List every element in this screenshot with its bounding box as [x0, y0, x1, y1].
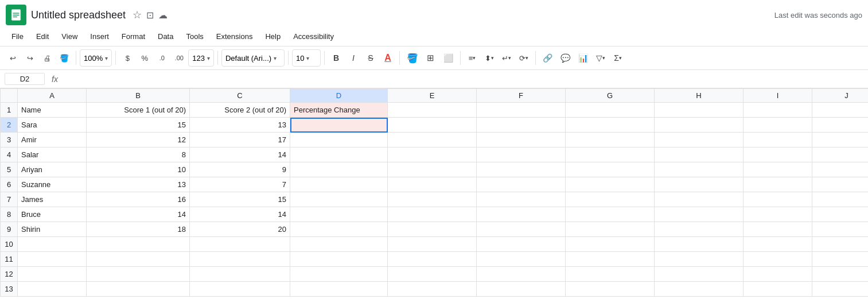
- cell-d4[interactable]: [290, 147, 388, 162]
- cell-j10[interactable]: [812, 237, 869, 252]
- cell-b13[interactable]: [87, 282, 190, 297]
- chart-button[interactable]: 📊: [575, 49, 591, 67]
- cell-b1[interactable]: Score 1 (out of 20): [87, 103, 190, 118]
- redo-button[interactable]: ↪: [22, 49, 38, 67]
- menu-format[interactable]: Format: [116, 30, 151, 43]
- cell-g11[interactable]: [566, 252, 655, 267]
- move-icon[interactable]: ⊡: [146, 10, 154, 21]
- cell-b12[interactable]: [87, 267, 190, 282]
- cell-e5[interactable]: [388, 162, 477, 177]
- row-header-6[interactable]: 6: [1, 177, 18, 192]
- menu-data[interactable]: Data: [152, 30, 179, 43]
- cell-g12[interactable]: [566, 267, 655, 282]
- cell-h11[interactable]: [655, 252, 744, 267]
- menu-view[interactable]: View: [56, 30, 83, 43]
- cell-f10[interactable]: [477, 237, 566, 252]
- cell-j3[interactable]: [812, 133, 869, 147]
- col-header-f[interactable]: F: [477, 89, 566, 103]
- cell-i7[interactable]: [744, 192, 812, 207]
- cell-b9[interactable]: 18: [87, 222, 190, 237]
- cell-a11[interactable]: [18, 252, 87, 267]
- row-header-2[interactable]: 2: [1, 118, 18, 133]
- cell-b5[interactable]: 10: [87, 162, 190, 177]
- cell-c7[interactable]: 15: [190, 192, 290, 207]
- formula-input[interactable]: [65, 75, 863, 83]
- cell-e12[interactable]: [388, 267, 477, 282]
- zoom-select[interactable]: 100% ▾: [80, 49, 112, 67]
- cell-b10[interactable]: [87, 237, 190, 252]
- cell-f13[interactable]: [477, 282, 566, 297]
- cell-c11[interactable]: [190, 252, 290, 267]
- halign-button[interactable]: ≡▾: [464, 49, 480, 67]
- cell-a1[interactable]: Name: [18, 103, 87, 118]
- merge-button[interactable]: ⬜: [440, 49, 457, 67]
- cell-a5[interactable]: Ariyan: [18, 162, 87, 177]
- comment-button[interactable]: 💬: [557, 49, 574, 67]
- print-button[interactable]: 🖨: [39, 49, 55, 67]
- col-header-b[interactable]: B: [87, 89, 190, 103]
- cell-e9[interactable]: [388, 222, 477, 237]
- row-header-5[interactable]: 5: [1, 162, 18, 177]
- cell-i4[interactable]: [744, 147, 812, 162]
- cell-h2[interactable]: [655, 118, 744, 133]
- font-select[interactable]: Default (Ari...) ▾: [221, 49, 285, 67]
- cell-c10[interactable]: [190, 237, 290, 252]
- percent-button[interactable]: %: [137, 49, 153, 67]
- cell-i6[interactable]: [744, 177, 812, 192]
- cell-c12[interactable]: [190, 267, 290, 282]
- cell-i12[interactable]: [744, 267, 812, 282]
- col-header-h[interactable]: H: [655, 89, 744, 103]
- cell-a13[interactable]: [18, 282, 87, 297]
- cell-e7[interactable]: [388, 192, 477, 207]
- underline-button[interactable]: A: [380, 49, 396, 67]
- cell-e1[interactable]: [388, 103, 477, 118]
- cell-a9[interactable]: Shirin: [18, 222, 87, 237]
- cell-h12[interactable]: [655, 267, 744, 282]
- decimal-increase-button[interactable]: .00: [171, 49, 187, 67]
- cell-c2[interactable]: 13: [190, 118, 290, 133]
- cell-a3[interactable]: Amir: [18, 133, 87, 147]
- menu-extensions[interactable]: Extensions: [211, 30, 259, 43]
- cell-f6[interactable]: [477, 177, 566, 192]
- text-rotate-button[interactable]: ⟳▾: [516, 49, 532, 67]
- cell-h13[interactable]: [655, 282, 744, 297]
- cell-g4[interactable]: [566, 147, 655, 162]
- cell-g3[interactable]: [566, 133, 655, 147]
- cell-j2[interactable]: [812, 118, 869, 133]
- cell-f4[interactable]: [477, 147, 566, 162]
- cell-c8[interactable]: 14: [190, 207, 290, 222]
- cell-d3[interactable]: [290, 133, 388, 147]
- undo-button[interactable]: ↩: [5, 49, 21, 67]
- cell-g6[interactable]: [566, 177, 655, 192]
- menu-edit[interactable]: Edit: [30, 30, 55, 43]
- function-button[interactable]: Σ▾: [610, 49, 626, 67]
- star-icon[interactable]: ☆: [133, 9, 142, 21]
- cell-g8[interactable]: [566, 207, 655, 222]
- filter-button[interactable]: ▽▾: [593, 49, 609, 67]
- cell-g10[interactable]: [566, 237, 655, 252]
- row-header-11[interactable]: 11: [1, 252, 18, 267]
- cell-h4[interactable]: [655, 147, 744, 162]
- fill-color-button[interactable]: 🪣: [403, 49, 422, 67]
- italic-button[interactable]: I: [345, 49, 361, 67]
- cell-a6[interactable]: Suzanne: [18, 177, 87, 192]
- cell-i1[interactable]: [744, 103, 812, 118]
- cell-d11[interactable]: [290, 252, 388, 267]
- col-header-i[interactable]: I: [744, 89, 812, 103]
- cell-i8[interactable]: [744, 207, 812, 222]
- cell-a12[interactable]: [18, 267, 87, 282]
- cell-c3[interactable]: 17: [190, 133, 290, 147]
- cell-f2[interactable]: [477, 118, 566, 133]
- cell-d12[interactable]: [290, 267, 388, 282]
- cell-e6[interactable]: [388, 177, 477, 192]
- cell-c9[interactable]: 20: [190, 222, 290, 237]
- col-header-g[interactable]: G: [566, 89, 655, 103]
- cell-h1[interactable]: [655, 103, 744, 118]
- cell-e2[interactable]: [388, 118, 477, 133]
- cell-c6[interactable]: 7: [190, 177, 290, 192]
- cell-j7[interactable]: [812, 192, 869, 207]
- cell-j6[interactable]: [812, 177, 869, 192]
- cell-d2[interactable]: [290, 118, 388, 133]
- col-header-d[interactable]: D: [290, 89, 388, 103]
- cell-h5[interactable]: [655, 162, 744, 177]
